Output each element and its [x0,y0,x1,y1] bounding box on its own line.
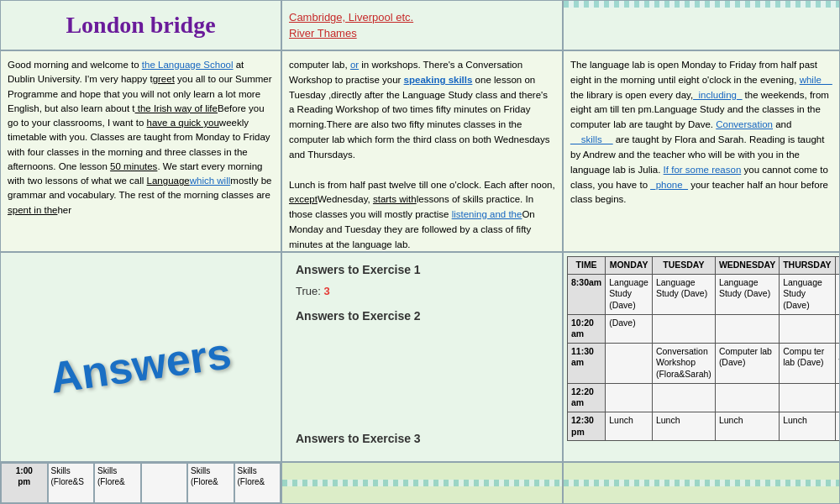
sched-cell [652,383,715,412]
bottom-row-right [563,462,840,504]
conversation-link[interactable]: Conversation [716,119,773,129]
sched-cell: Lunch [715,412,779,441]
schedule-cell: TIME MONDAY TUESDAY WEDNESDAY THURSDAY F… [563,252,840,462]
table-row: 12:30 pm Lunch Lunch Lunch Lunch Lunch [568,412,841,441]
bottom-row-left: 1:00pm Skills(Flore&S Skills(Flore& Skil… [0,462,281,504]
speaking-link[interactable]: speaking skills [404,75,473,85]
col-thursday: THURSDAY [780,257,835,275]
table-row: 11:30 am Conversation Workshop (Flora&Sa… [568,343,841,383]
sched-cell: Reading Workshop (Andrew) [835,343,840,383]
time-cell: 12:20 am [568,383,606,412]
blank2: Language [147,176,190,186]
cambridge-link[interactable]: Cambridge, Liverpool etc. [289,11,413,24]
mini-skills-4: Skills(Flore& [234,463,281,503]
time-cell: 11:30 am [568,343,606,383]
sched-cell [780,314,835,343]
starts-link[interactable]: starts with [373,194,417,204]
table-row: 10:20 am (Dave) [568,314,841,343]
answers-image-cell: Answers [0,252,281,462]
passage-left: Good morning and welcome to the Language… [0,50,281,252]
thames-link[interactable]: River Thames [289,27,357,39]
greet-link[interactable]: greet [153,74,175,84]
sched-cell [715,314,779,343]
col-monday: MONDAY [606,257,653,275]
mini-time: 1:00pm [1,463,48,503]
passage-center: computer lab, or in workshops. There's a… [281,50,563,252]
sched-cell: Conversation Workshop (Flora&Sarah) [652,343,715,383]
sched-cell: Compu ter lab (Dave) [780,343,835,383]
listening-link[interactable]: listening and the [452,209,522,219]
except-link[interactable]: except [289,194,318,204]
time-cell: 10:20 am [568,314,606,343]
schedule-table: TIME MONDAY TUESDAY WEDNESDAY THURSDAY F… [567,256,840,441]
col-tuesday: TUESDAY [652,257,715,275]
col-time: TIME [568,257,606,275]
top-right-empty [563,0,840,50]
phone-link[interactable]: _phone_ [650,180,688,190]
sched-cell: Lunch [780,412,835,441]
mini-empty [141,463,188,503]
sched-cell: Language Study (Dave) [780,274,835,314]
while-link[interactable]: while__ [800,75,832,85]
reason-link[interactable]: If for some reason [664,165,742,175]
passage-right: The language lab is open Monday to Frida… [563,50,840,252]
sched-cell: Language Study (Dave) [835,274,840,314]
title-cell: London bridge [0,0,281,50]
including-link[interactable]: _including_ [693,90,742,100]
sched-cell: (Dave) [606,314,653,343]
which-link[interactable]: which will [190,176,231,186]
sched-cell [715,383,779,412]
passage-left-text: Good morning and welcome to [8,60,142,70]
sched-cell [835,314,840,343]
col-friday: FRIDAY [835,257,840,275]
sched-cell: Computer lab (Dave) [715,343,779,383]
sched-cell: Language Study (Dave) [652,274,715,314]
blank1: 50 minutes [110,161,157,171]
sched-cell [606,343,653,383]
sched-cell [780,383,835,412]
or-link[interactable]: or [350,60,359,70]
table-row: 8:30am Language Study (Dave) Language St… [568,274,841,314]
sched-cell [835,383,840,412]
answer-number: 3 [323,285,329,297]
ex2-title: Answers to Exercise 2 [296,309,549,323]
page-title: London bridge [66,12,215,39]
answers-graphic: Answers [47,328,234,403]
sched-cell [652,314,715,343]
bottom-row-center [281,462,563,504]
table-row: 12:20 am [568,383,841,412]
sched-cell: Lunch [606,412,653,441]
true-label: True: 3 [296,285,549,297]
mini-skills-2: Skills(Flore& [94,463,141,503]
blank3: spent in the [8,205,57,215]
ex3-title: Answers to Exercise 3 [296,432,549,445]
sched-cell: Lunch [835,412,840,441]
mini-skills-3: Skills(Flore& [187,463,234,503]
sched-cell [606,383,653,412]
time-cell: 8:30am [568,274,606,314]
time-cell: 12:30 pm [568,412,606,441]
irish-link[interactable]: the Irish way of life [135,103,218,113]
quick-link[interactable]: have a quick you [147,118,219,128]
mini-skills-1: Skills(Flore&S [48,463,95,503]
skills-link[interactable]: __skills__ [570,134,613,144]
answers-text-cell: Answers to Exercise 1 True: 3 Answers to… [281,252,563,462]
sched-cell: Language Study (Dave) [606,274,653,314]
col-wednesday: WEDNESDAY [715,257,779,275]
school-link[interactable]: the Language School [142,60,234,70]
sched-cell: Lunch [652,412,715,441]
sched-cell: Language Study (Dave) [715,274,779,314]
ex1-title: Answers to Exercise 1 [296,263,549,276]
links-cell: Cambridge, Liverpool etc. River Thames [281,0,563,50]
